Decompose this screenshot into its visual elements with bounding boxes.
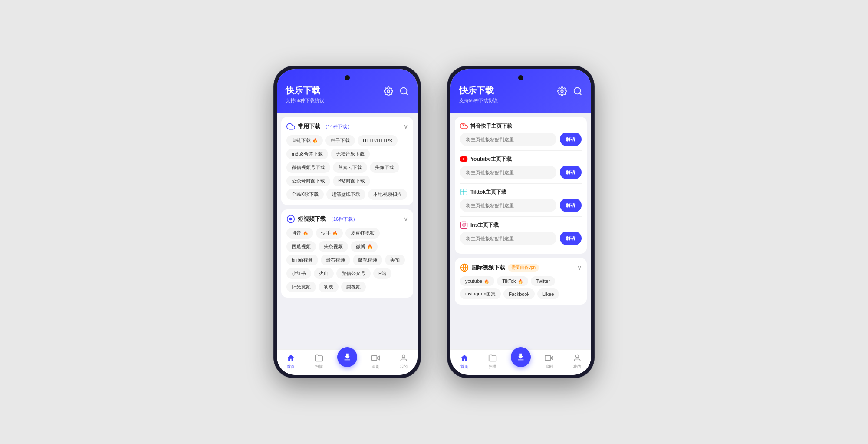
tag-m3u8合并下载[interactable]: m3u8合并下载 xyxy=(286,149,328,159)
url-input-2[interactable] xyxy=(460,199,556,212)
tag-微视视频[interactable]: 微视视频 xyxy=(353,255,382,265)
bottom-nav-2: 首页 扫描 追剧 xyxy=(450,349,591,375)
phones-container: 快乐下载 支持56种下载协议 xyxy=(273,66,595,378)
nav-user-2[interactable]: 我的 xyxy=(563,353,591,370)
tag-超清壁纸下载[interactable]: 超清壁纸下载 xyxy=(326,189,365,200)
tag-微博[interactable]: 微博🔥 xyxy=(351,241,378,252)
nav-folder-label-1: 扫描 xyxy=(315,364,323,370)
tag-蓝奏云下载[interactable]: 蓝奏云下载 xyxy=(333,162,367,173)
tag-公众号封面下载[interactable]: 公众号封面下载 xyxy=(286,176,330,186)
scroll-content-2[interactable]: 抖音快手主页下载解析Youtube主页下载解析Tiktok主页下载解析Ins主页… xyxy=(450,113,591,349)
input-row-2: 解析 xyxy=(460,199,582,212)
nav-user-1[interactable]: 我的 xyxy=(389,353,418,370)
tag-全民K歌下载[interactable]: 全民K歌下载 xyxy=(286,189,324,200)
intl-tag-instagram图集[interactable]: instagram图集 xyxy=(460,288,501,299)
platform-header-2: Tiktok主页下载 xyxy=(460,188,582,196)
common-title: 常用下载 xyxy=(298,123,320,130)
phone-2: 快乐下载 支持56种下载协议 xyxy=(447,66,595,378)
tag-头像下载[interactable]: 头像下载 xyxy=(370,162,399,173)
tag-HTTP/HTTPS[interactable]: HTTP/HTTPS xyxy=(358,135,398,146)
common-chevron[interactable]: ∨ xyxy=(404,123,408,130)
parse-btn-1[interactable]: 解析 xyxy=(560,166,582,179)
intl-chevron[interactable]: ∨ xyxy=(577,264,582,271)
platform-0: 抖音快手主页下载解析 xyxy=(460,122,582,151)
platform-3: Ins主页下载解析 xyxy=(460,221,582,245)
intl-tag-youtube[interactable]: youtube🔥 xyxy=(460,276,494,286)
short-video-header: 短视频下载 （16种下载） ∨ xyxy=(286,215,408,223)
tag-火山[interactable]: 火山 xyxy=(314,268,334,279)
search-icon-1[interactable] xyxy=(399,86,409,96)
tag-快手[interactable]: 快手🔥 xyxy=(316,228,343,239)
intl-title: 国际视频下载 xyxy=(471,264,505,272)
app-subtitle-2: 支持56种下载协议 xyxy=(459,97,498,104)
tag-本地视频扫描[interactable]: 本地视频扫描 xyxy=(368,189,407,200)
intl-tag-Twitter[interactable]: Twitter xyxy=(531,276,555,286)
home-icon-1 xyxy=(286,353,296,363)
tag-美拍[interactable]: 美拍 xyxy=(385,255,405,265)
settings-icon-2[interactable] xyxy=(557,86,567,96)
divider-2 xyxy=(460,216,582,217)
input-row-1: 解析 xyxy=(460,166,582,179)
settings-icon-1[interactable] xyxy=(384,86,393,96)
nav-folder-1[interactable]: 扫描 xyxy=(305,353,333,370)
folder-icon-1 xyxy=(314,353,324,363)
common-title-row: 常用下载 （14种下载） xyxy=(286,122,352,131)
search-icon-2[interactable] xyxy=(573,86,582,96)
tag-直链下载[interactable]: 直链下载🔥 xyxy=(286,135,323,146)
tag-无损音乐下载[interactable]: 无损音乐下载 xyxy=(331,149,370,159)
parse-btn-3[interactable]: 解析 xyxy=(560,232,582,245)
svg-point-1 xyxy=(401,88,407,94)
nav-home-2[interactable]: 首页 xyxy=(450,353,479,370)
platform-header-1: Youtube主页下载 xyxy=(460,155,582,163)
nav-video-2[interactable]: 追剧 xyxy=(535,353,563,370)
app-subtitle-1: 支持56种下载协议 xyxy=(286,97,324,104)
nav-user-label-1: 我的 xyxy=(400,364,408,370)
short-video-section: 短视频下载 （16种下载） ∨ 抖音🔥快手🔥皮皮虾视频西瓜视频头条视频微博🔥bi… xyxy=(281,209,413,298)
short-video-count: （16种下载） xyxy=(329,216,358,222)
notch-2 xyxy=(518,75,523,80)
parse-btn-2[interactable]: 解析 xyxy=(560,199,582,212)
tag-P站[interactable]: P站 xyxy=(373,268,391,279)
parse-btn-0[interactable]: 解析 xyxy=(560,133,582,146)
platform-icon-0 xyxy=(460,122,468,130)
phone-1: 快乐下载 支持56种下载协议 xyxy=(273,66,421,378)
nav-download-1[interactable] xyxy=(333,356,362,367)
header-text-1: 快乐下载 支持56种下载协议 xyxy=(286,85,324,104)
tag-阳光宽频[interactable]: 阳光宽频 xyxy=(286,282,316,292)
nav-home-1[interactable]: 首页 xyxy=(277,353,305,370)
tag-B站封面下载[interactable]: B站封面下载 xyxy=(333,176,370,186)
svg-marker-14 xyxy=(550,356,553,360)
nav-video-label-2: 追剧 xyxy=(545,364,553,370)
intl-tag-Likee[interactable]: Likee xyxy=(537,288,559,299)
download-btn-1[interactable] xyxy=(337,347,357,367)
short-video-chevron[interactable]: ∨ xyxy=(404,215,408,222)
tag-微信公众号[interactable]: 微信公众号 xyxy=(336,268,371,279)
nav-folder-2[interactable]: 扫描 xyxy=(479,353,507,370)
tag-最右视频[interactable]: 最右视频 xyxy=(321,255,350,265)
header-icons-1 xyxy=(384,85,409,96)
tag-梨视频[interactable]: 梨视频 xyxy=(341,282,366,292)
intl-tag-TikTok[interactable]: TikTok🔥 xyxy=(497,276,528,286)
nav-video-1[interactable]: 追剧 xyxy=(361,353,389,370)
common-section: 常用下载 （14种下载） ∨ 直链下载🔥种子下载HTTP/HTTPSm3u8合并… xyxy=(281,117,413,205)
tag-西瓜视频[interactable]: 西瓜视频 xyxy=(286,241,316,252)
divider-1 xyxy=(460,183,582,184)
platforms-card: 抖音快手主页下载解析Youtube主页下载解析Tiktok主页下载解析Ins主页… xyxy=(455,117,587,254)
tag-种子下载[interactable]: 种子下载 xyxy=(326,135,355,146)
tag-初映[interactable]: 初映 xyxy=(319,282,339,292)
tag-皮皮虾视频[interactable]: 皮皮虾视频 xyxy=(345,228,380,239)
url-input-0[interactable] xyxy=(460,133,556,146)
download-btn-2[interactable] xyxy=(511,347,531,367)
url-input-3[interactable] xyxy=(460,232,556,245)
scroll-content-1[interactable]: 常用下载 （14种下载） ∨ 直链下载🔥种子下载HTTP/HTTPSm3u8合并… xyxy=(277,113,418,349)
svg-point-11 xyxy=(463,224,465,226)
tag-bilibili视频[interactable]: bilibili视频 xyxy=(286,255,318,265)
url-input-1[interactable] xyxy=(460,166,556,179)
tag-头条视频[interactable]: 头条视频 xyxy=(319,241,348,252)
intl-tag-Fackbook[interactable]: Fackbook xyxy=(503,288,535,299)
nav-download-2[interactable] xyxy=(507,356,535,367)
tag-微信视频号下载[interactable]: 微信视频号下载 xyxy=(286,162,330,173)
tag-抖音[interactable]: 抖音🔥 xyxy=(286,228,313,239)
nav-home-label-2: 首页 xyxy=(460,364,468,370)
tag-小红书[interactable]: 小红书 xyxy=(286,268,311,279)
